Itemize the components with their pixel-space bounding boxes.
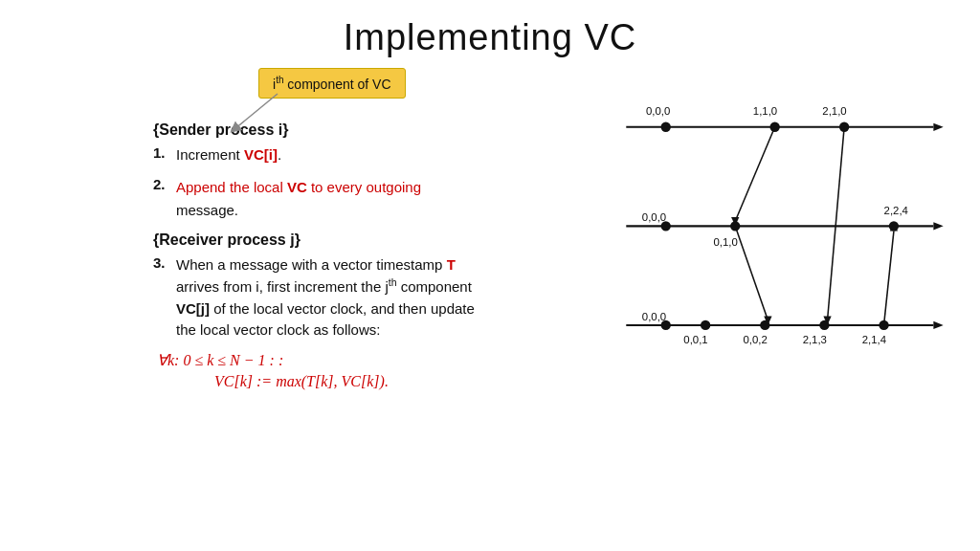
formula-line2: VC[k] := max(T[k], VC[k]). — [157, 373, 584, 390]
svg-text:0,0,1: 0,0,1 — [683, 334, 707, 345]
step3-highlight1: T — [447, 256, 456, 273]
svg-text:2,2,4: 2,2,4 — [884, 205, 908, 216]
svg-point-7 — [661, 122, 671, 132]
step-1: 1. Increment VC[i]. — [153, 144, 584, 166]
step1-text-before: Increment — [176, 146, 244, 163]
step2-text3: message. — [176, 202, 238, 218]
svg-marker-2 — [933, 123, 943, 131]
step-3: 3. When a message with a vector timestam… — [153, 254, 584, 342]
step3-text4: of the local vector clock, and then upda… — [210, 300, 475, 317]
svg-line-31 — [735, 226, 768, 320]
svg-line-0 — [234, 94, 278, 129]
svg-text:2,1,0: 2,1,0 — [822, 105, 846, 117]
step2-text1: Append the local — [176, 179, 287, 195]
svg-text:0,0,0: 0,0,0 — [642, 211, 666, 223]
svg-marker-4 — [933, 222, 943, 230]
step3-highlight2: VC[j] — [176, 300, 210, 317]
svg-text:0,0,0: 0,0,0 — [646, 105, 670, 117]
svg-marker-6 — [933, 321, 943, 329]
tooltip-arrow — [215, 89, 282, 137]
diagram-panel: 0,0,0 1,1,0 2,1,0 0,0,0 0,1,0 2,2,4 0,0,… — [603, 77, 967, 384]
svg-text:0,0,0: 0,0,0 — [642, 311, 666, 322]
step3-text3: component — [396, 278, 471, 295]
step3-text5: the local vector clock as follows: — [176, 321, 380, 338]
diagram-svg: 0,0,0 1,1,0 2,1,0 0,0,0 0,1,0 2,2,4 0,0,… — [603, 77, 967, 355]
step1-highlight: VC[i] — [244, 146, 278, 163]
step3-text2: arrives from i, first increment the j — [176, 278, 389, 295]
step-2: 2. Append the local VC to every outgoing… — [153, 176, 584, 222]
svg-line-35 — [884, 231, 894, 325]
step2-highlight1: VC — [287, 179, 307, 195]
svg-text:2,1,4: 2,1,4 — [862, 334, 886, 345]
svg-line-29 — [735, 127, 774, 221]
step1-num: 1. — [153, 144, 170, 161]
step3-num: 3. — [153, 254, 170, 271]
svg-text:1,1,0: 1,1,0 — [753, 105, 777, 117]
receiver-header: {Receiver process j} — [153, 231, 584, 249]
svg-text:0,0,2: 0,0,2 — [744, 334, 768, 345]
svg-point-21 — [701, 320, 710, 330]
step1-text-after: . — [278, 146, 281, 163]
svg-text:2,1,3: 2,1,3 — [803, 334, 827, 345]
step3-text1: When a message with a vector timestamp — [176, 256, 447, 273]
svg-line-33 — [828, 127, 845, 320]
svg-text:0,1,0: 0,1,0 — [713, 236, 737, 248]
step2-text2: to every outgoing — [307, 179, 421, 195]
step2-num: 2. — [153, 176, 170, 192]
formula-line1: ∀k: 0 ≤ k ≤ N − 1 : : — [157, 351, 584, 369]
page-title: Implementing VC — [0, 0, 980, 68]
